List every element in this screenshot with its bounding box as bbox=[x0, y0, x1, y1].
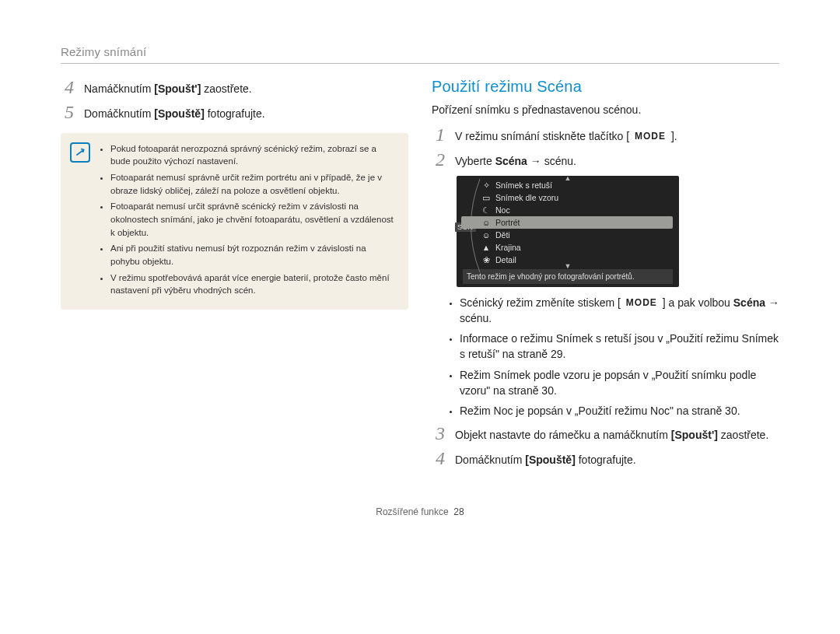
screen-item-label: Noc bbox=[495, 205, 510, 215]
step-3-right: 3 Objekt nastavte do rámečku a namáčknut… bbox=[432, 424, 779, 443]
chevron-down-icon: ▼ bbox=[565, 262, 572, 270]
screen-item: ▲Krajina bbox=[463, 241, 673, 254]
text: Domáčknutím bbox=[455, 454, 525, 466]
screen-item-label: Detail bbox=[495, 255, 516, 264]
children-icon: ☺ bbox=[481, 230, 491, 240]
page-footer: Rozšířené funkce 28 bbox=[61, 506, 779, 517]
bullet-item: Režim Noc je popsán v „Použití režimu No… bbox=[460, 403, 779, 419]
bullet-item: Informace o režimu Snímek s retuší jsou … bbox=[460, 331, 779, 363]
step-text: Namáčknutím [Spoušt'] zaostřete. bbox=[84, 78, 252, 96]
mode-chip: MODE bbox=[624, 296, 660, 310]
step-1-right: 1 V režimu snímání stiskněte tlačítko [ … bbox=[432, 125, 779, 144]
screen-item: ▭Snímek dle vzoru bbox=[463, 191, 673, 204]
step-number: 5 bbox=[61, 103, 78, 121]
text: zaostřete. bbox=[721, 429, 768, 441]
screen-item-label: Snímek dle vzoru bbox=[495, 193, 558, 202]
screen-item-label: Děti bbox=[495, 230, 510, 240]
guide-icon: ▭ bbox=[481, 193, 491, 202]
text: zaostřete. bbox=[204, 82, 251, 95]
note-icon bbox=[70, 142, 90, 163]
text: ] a pak volbou bbox=[663, 296, 733, 309]
text: Scénický režim změníte stiskem [ bbox=[460, 296, 621, 309]
night-icon: ☾ bbox=[481, 205, 491, 215]
bold: [Spouště] bbox=[525, 454, 576, 466]
note-item: V režimu spotřebovává aparát více energi… bbox=[110, 271, 397, 297]
note-item: Fotoaparát nemusí správně určit režim po… bbox=[110, 171, 397, 197]
note-list: Pokud fotoaparát nerozpozná správný scén… bbox=[98, 142, 397, 297]
bullet-item: Režim Snímek podle vzoru je popsán v „Po… bbox=[460, 367, 779, 399]
text: Namáčknutím bbox=[84, 82, 154, 95]
section-title: Použití režimu Scéna bbox=[432, 78, 779, 96]
footer-page: 28 bbox=[453, 506, 464, 517]
text: Objekt nastavte do rámečku a namáčknutím bbox=[455, 429, 671, 441]
step-4-left: 4 Namáčknutím [Spoušt'] zaostřete. bbox=[61, 78, 408, 96]
step-number: 3 bbox=[432, 424, 449, 443]
note-box: Pokud fotoaparát nerozpozná správný scén… bbox=[61, 133, 408, 310]
screen-item: ☺Děti bbox=[463, 229, 673, 241]
bold: Scéna bbox=[733, 296, 765, 309]
step-2-right: 2 Vyberte Scéna → scénu. bbox=[432, 150, 779, 169]
bold: [Spoušt'] bbox=[671, 429, 718, 441]
two-columns: 4 Namáčknutím [Spoušt'] zaostřete. 5 Dom… bbox=[61, 78, 779, 474]
screen-item: ✧Snímek s retuší bbox=[463, 179, 673, 191]
step-number: 2 bbox=[432, 150, 449, 169]
section-desc: Pořízení snímku s přednastavenou scénou. bbox=[432, 103, 779, 116]
step-text: Domáčknutím [Spouště] fotografujte. bbox=[455, 449, 636, 468]
step-text: Domáčknutím [Spouště] fotografujte. bbox=[84, 103, 265, 121]
screen-item: ☾Noc bbox=[463, 204, 673, 216]
step-number: 1 bbox=[432, 125, 449, 144]
step-text: Objekt nastavte do rámečku a namáčknutím… bbox=[455, 424, 768, 443]
bold: [Spouště] bbox=[154, 107, 205, 120]
retouch-icon: ✧ bbox=[481, 180, 491, 190]
right-column: Použití režimu Scéna Pořízení snímku s p… bbox=[432, 78, 779, 474]
bold: Scéna bbox=[495, 155, 527, 167]
screen-item-selected: ☺Portrét bbox=[461, 216, 673, 229]
manual-page: Režimy snímání 4 Namáčknutím [Spoušt'] z… bbox=[0, 0, 840, 517]
footer-section: Rozšířené funkce bbox=[376, 506, 448, 517]
screen-caption: Tento režim je vhodný pro fotografování … bbox=[463, 269, 673, 284]
text: fotografujte. bbox=[208, 107, 265, 120]
screen-item-label: Portrét bbox=[495, 218, 520, 227]
page-header: Režimy snímání bbox=[61, 45, 779, 64]
portrait-icon: ☺ bbox=[481, 218, 491, 227]
text: ]. bbox=[671, 130, 677, 142]
text: Vyberte bbox=[455, 155, 495, 167]
text: V režimu snímání stiskněte tlačítko [ bbox=[455, 130, 629, 142]
screen-item-label: Snímek s retuší bbox=[495, 180, 552, 190]
bold: [Spoušt'] bbox=[154, 82, 201, 95]
note-item: Ani při použití stativu nemusí být rozpo… bbox=[110, 242, 397, 268]
text: → scénu. bbox=[530, 155, 576, 167]
step-5-left: 5 Domáčknutím [Spouště] fotografujte. bbox=[61, 103, 408, 121]
step-number: 4 bbox=[61, 78, 78, 96]
step-number: 4 bbox=[432, 449, 449, 468]
info-bullets: Scénický režim změníte stiskem [ MODE ] … bbox=[446, 295, 779, 419]
step-4-right: 4 Domáčknutím [Spouště] fotografujte. bbox=[432, 449, 779, 468]
camera-screen: SCN ▲ ✧Snímek s retuší ▭Snímek dle vzoru… bbox=[457, 176, 679, 287]
text: fotografujte. bbox=[579, 454, 636, 466]
landscape-icon: ▲ bbox=[481, 243, 491, 252]
macro-icon: ❀ bbox=[481, 255, 491, 264]
screen-item-label: Krajina bbox=[495, 243, 521, 252]
mode-chip: MODE bbox=[632, 130, 668, 143]
bullet-item: Scénický režim změníte stiskem [ MODE ] … bbox=[460, 295, 779, 327]
step-text: Vyberte Scéna → scénu. bbox=[455, 150, 576, 169]
step-text: V režimu snímání stiskněte tlačítko [ MO… bbox=[455, 125, 677, 144]
note-item: Pokud fotoaparát nerozpozná správný scén… bbox=[110, 142, 397, 168]
text: Domáčknutím bbox=[84, 107, 154, 120]
note-item: Fotoaparát nemusí určit správně scénický… bbox=[110, 200, 397, 239]
left-column: 4 Namáčknutím [Spoušt'] zaostřete. 5 Dom… bbox=[61, 78, 408, 474]
